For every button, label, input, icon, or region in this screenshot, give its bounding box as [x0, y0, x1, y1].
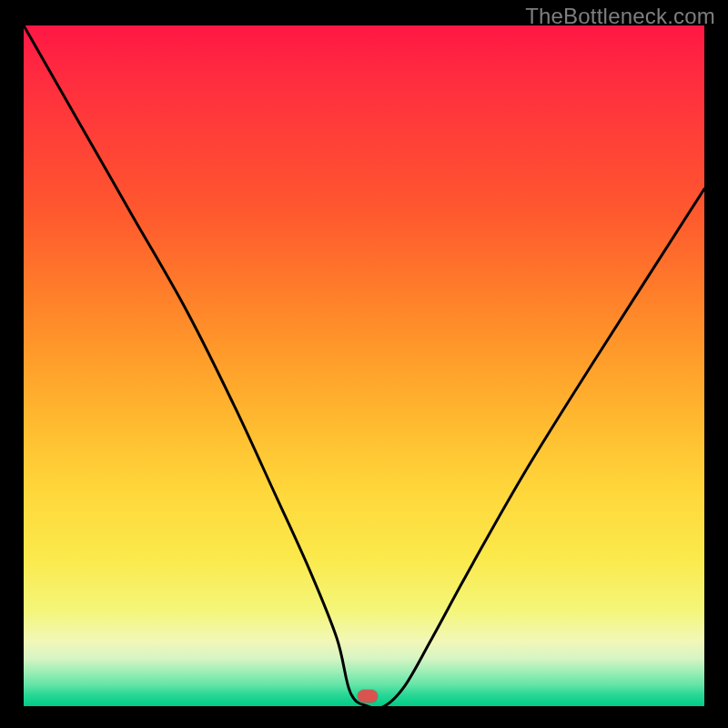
- min-marker: [358, 690, 378, 703]
- bottleneck-curve: [24, 25, 704, 706]
- chart-frame: TheBottleneck.com: [0, 0, 728, 728]
- watermark-text: TheBottleneck.com: [525, 4, 715, 29]
- plot-area: [24, 25, 704, 706]
